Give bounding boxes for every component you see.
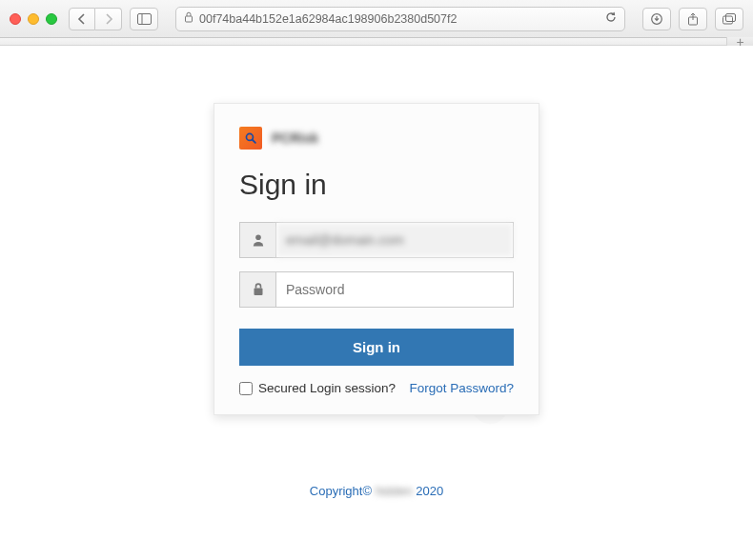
forward-button[interactable] bbox=[95, 8, 122, 30]
footer-copyright: Copyright© bbox=[310, 484, 372, 498]
svg-rect-5 bbox=[722, 16, 732, 24]
forgot-password-link[interactable]: Forgot Password? bbox=[409, 381, 514, 395]
new-tab-button[interactable]: + bbox=[726, 37, 753, 46]
signin-heading: Sign in bbox=[239, 169, 514, 201]
tabs-button[interactable] bbox=[715, 8, 743, 30]
svg-point-11 bbox=[255, 235, 261, 241]
svg-rect-0 bbox=[137, 13, 151, 24]
username-field-wrapper bbox=[239, 222, 514, 258]
footer-year: 2020 bbox=[416, 484, 443, 498]
brand-name: PCRisk bbox=[272, 130, 318, 146]
downloads-button[interactable] bbox=[642, 8, 671, 30]
username-input[interactable] bbox=[276, 223, 513, 257]
secured-login-checkbox[interactable] bbox=[239, 382, 253, 395]
footer: Copyright© hidden 2020 bbox=[0, 484, 753, 498]
secured-login-checkbox-wrapper[interactable]: Secured Login session? bbox=[239, 381, 396, 395]
sidebar-toggle-button[interactable] bbox=[130, 8, 158, 30]
svg-rect-2 bbox=[186, 16, 193, 22]
footer-owner: hidden bbox=[376, 484, 413, 498]
address-bar[interactable]: 00f74ba44b152e1a62984ac198906b2380d507f2 bbox=[175, 7, 625, 31]
close-window-button[interactable] bbox=[10, 13, 21, 25]
share-button[interactable] bbox=[679, 8, 707, 30]
brand-logo bbox=[239, 127, 262, 150]
svg-rect-12 bbox=[254, 289, 262, 296]
svg-line-10 bbox=[253, 140, 255, 143]
secured-login-label: Secured Login session? bbox=[258, 381, 396, 395]
url-text: 00f74ba44b152e1a62984ac198906b2380d507f2 bbox=[199, 12, 600, 26]
minimize-window-button[interactable] bbox=[28, 13, 39, 25]
tab-strip: + bbox=[0, 38, 753, 46]
zoom-window-button[interactable] bbox=[46, 13, 57, 25]
signin-button[interactable]: Sign in bbox=[239, 329, 514, 366]
user-icon bbox=[240, 223, 276, 257]
password-field-wrapper bbox=[239, 271, 514, 308]
back-button[interactable] bbox=[69, 8, 95, 30]
password-input[interactable] bbox=[276, 272, 513, 307]
page-viewport: PCRisk Sign in Sign in Secured Login ses… bbox=[0, 46, 753, 560]
reload-icon[interactable] bbox=[605, 11, 617, 26]
lock-icon bbox=[240, 272, 276, 307]
lock-icon bbox=[184, 11, 193, 26]
window-controls bbox=[10, 13, 57, 25]
nav-back-forward bbox=[69, 8, 122, 30]
brand-row: PCRisk bbox=[239, 127, 514, 150]
signin-card: PCRisk Sign in Sign in Secured Login ses… bbox=[214, 103, 539, 415]
browser-toolbar: 00f74ba44b152e1a62984ac198906b2380d507f2 bbox=[0, 0, 753, 38]
below-signin-row: Secured Login session? Forgot Password? bbox=[239, 381, 514, 395]
svg-rect-6 bbox=[725, 13, 735, 21]
